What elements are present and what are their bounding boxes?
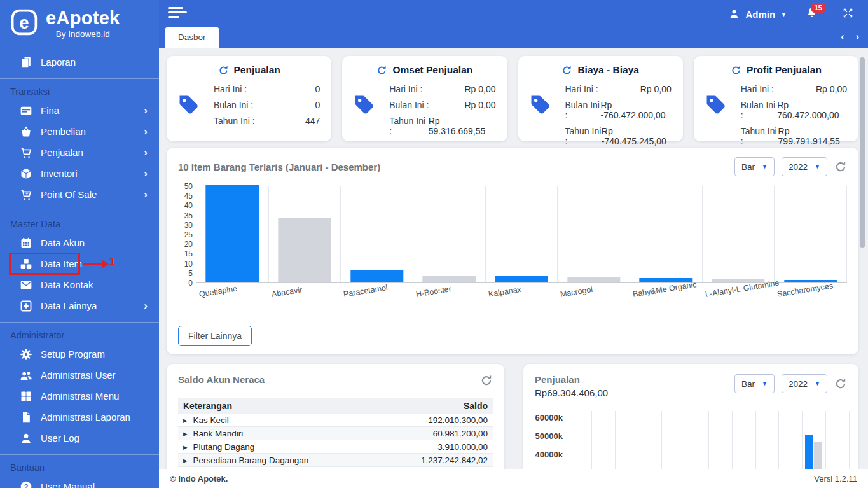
sidebar-item-fina[interactable]: Fina› bbox=[0, 100, 159, 121]
sidebar-item-administrasi-user[interactable]: Administrasi User bbox=[0, 365, 159, 386]
top-items-bar-chart: 05101520253035404550 QuetiapineAbacavirP… bbox=[178, 186, 847, 283]
main-area: Admin ▼ 15 Dasbor ‹ › PenjualanHari Ini … bbox=[159, 0, 868, 488]
summary-row-label: Bulan Ini : bbox=[214, 100, 253, 110]
bar-column-paracetamol: Paracetamol bbox=[341, 186, 413, 282]
row-expand-icon[interactable]: ▶ bbox=[183, 444, 188, 450]
y-tick-label: 20 bbox=[184, 240, 193, 249]
fullscreen-button[interactable] bbox=[842, 7, 854, 22]
saldo-row-kas-kecil[interactable]: ▶Kas Kecil-192.010.300,00 bbox=[178, 414, 493, 427]
menu-toggle-icon[interactable] bbox=[168, 7, 187, 21]
bar-paracetamol[interactable] bbox=[350, 270, 403, 282]
cart-icon bbox=[19, 146, 32, 159]
sidebar-item-point-of-sale[interactable]: Point Of Sale› bbox=[0, 184, 159, 205]
cubes-icon bbox=[19, 257, 32, 270]
saldo-account-name: Piutang Dagang bbox=[193, 442, 255, 452]
bar-kalpanax[interactable] bbox=[495, 276, 548, 282]
chevron-right-icon: › bbox=[144, 147, 148, 158]
sidebar-item-administrasi-menu[interactable]: Administrasi Menu bbox=[0, 386, 159, 407]
sales-type-select[interactable]: Bar▼ bbox=[734, 374, 775, 393]
bar-h-booster[interactable] bbox=[423, 276, 476, 282]
tab-dasbor[interactable]: Dasbor bbox=[165, 27, 219, 48]
vertical-scrollbar[interactable] bbox=[860, 57, 865, 248]
sidebar-item-label: Administrasi Menu bbox=[41, 391, 119, 401]
refresh-icon[interactable] bbox=[834, 377, 847, 390]
sidebar-item-setup-program[interactable]: Setup Program bbox=[0, 344, 159, 365]
saldo-row-persediaan-barang-dagangan[interactable]: ▶Persediaan Barang Dagangan1.237.242.842… bbox=[178, 454, 493, 467]
basket-icon bbox=[19, 125, 32, 138]
svg-text:e: e bbox=[19, 13, 29, 32]
row-expand-icon[interactable]: ▶ bbox=[183, 417, 188, 424]
annotation-arrow bbox=[83, 263, 103, 265]
tab-scroll-next[interactable]: › bbox=[856, 32, 859, 42]
summary-row-value: Rp 0,00 bbox=[816, 84, 847, 94]
sales-year-select[interactable]: 2022▼ bbox=[782, 374, 827, 393]
summary-row: Bulan Ini :0 bbox=[214, 97, 320, 113]
saldo-account-value: 1.237.242.842,02 bbox=[379, 454, 493, 467]
chart-year-select[interactable]: 2022▼ bbox=[782, 157, 827, 176]
refresh-icon[interactable] bbox=[218, 65, 229, 76]
sidebar-item-data-akun[interactable]: Data Akun bbox=[0, 232, 159, 253]
chevron-right-icon: › bbox=[144, 126, 148, 137]
y-tick-label: 30 bbox=[184, 221, 193, 230]
bar-macrogol[interactable] bbox=[567, 277, 620, 282]
x-category-label: Saccharomyces bbox=[776, 281, 834, 299]
sidebar-item-data-item[interactable]: Data Item1 bbox=[0, 253, 159, 274]
summary-row: Tahun Ini :447 bbox=[214, 113, 320, 129]
chevron-right-icon: › bbox=[144, 300, 148, 311]
refresh-icon[interactable] bbox=[376, 65, 387, 76]
bar-abacavir[interactable] bbox=[278, 218, 331, 282]
saldo-account-value: 60.981.200,00 bbox=[379, 427, 493, 440]
sidebar-item-pembelian[interactable]: Pembelian› bbox=[0, 121, 159, 142]
summary-row-value: Rp 59.316.669,55 bbox=[429, 116, 496, 136]
saldo-table-body: ▶Kas Kecil-192.010.300,00▶Bank Mandiri60… bbox=[178, 414, 493, 467]
sidebar-item-label: User Manual bbox=[41, 481, 95, 488]
saldo-row-bank-mandiri[interactable]: ▶Bank Mandiri60.981.200,00 bbox=[178, 427, 493, 440]
summary-row: Bulan Ini :Rp 0,00 bbox=[389, 97, 495, 113]
summary-card-profit-penjualan: Profit PenjualanHari Ini :Rp 0,00Bulan I… bbox=[694, 56, 858, 141]
sidebar-item-data-kontak[interactable]: Data Kontak bbox=[0, 274, 159, 295]
refresh-icon[interactable] bbox=[480, 374, 493, 387]
saldo-account-name: Persediaan Barang Dagangan bbox=[193, 456, 309, 465]
filter-lainnya-button[interactable]: Filter Lainnya bbox=[178, 326, 252, 346]
row-expand-icon[interactable]: ▶ bbox=[183, 431, 188, 437]
summary-card-title: Penjualan bbox=[234, 64, 280, 76]
tab-scroll-prev[interactable]: ‹ bbox=[841, 32, 844, 42]
y-tick-label: 15 bbox=[184, 249, 193, 258]
y-tick-label: 50 bbox=[184, 182, 193, 191]
user-label: Admin bbox=[745, 9, 775, 20]
user-icon bbox=[729, 8, 740, 21]
row-expand-icon[interactable]: ▶ bbox=[183, 457, 188, 464]
sidebar-divider bbox=[0, 211, 159, 211]
y-tick-label: 40 bbox=[184, 201, 193, 210]
saldo-row-piutang-dagang[interactable]: ▶Piutang Dagang3.910.000,00 bbox=[178, 440, 493, 454]
bar-quetiapine[interactable] bbox=[206, 185, 259, 282]
refresh-icon[interactable] bbox=[834, 160, 847, 173]
sidebar-item-label: Laporan bbox=[41, 57, 76, 67]
x-category-label: Kalpanax bbox=[488, 285, 522, 299]
refresh-icon[interactable] bbox=[561, 65, 572, 76]
sidebar-section-transaksi: Transaksi bbox=[0, 80, 159, 100]
app-logo[interactable]: e eApotek By Indoweb.id bbox=[0, 0, 159, 41]
sidebar-item-penjualan[interactable]: Penjualan› bbox=[0, 142, 159, 163]
sidebar-item-administrasi-laporan[interactable]: Administrasi Laporan bbox=[0, 407, 159, 428]
sidebar-item-data-lainnya[interactable]: Data Lainnya› bbox=[0, 295, 159, 316]
user-menu[interactable]: Admin ▼ bbox=[729, 8, 787, 21]
sidebar-nav: LaporanTransaksiFina›Pembelian›Penjualan… bbox=[0, 52, 159, 488]
notifications-button[interactable]: 15 bbox=[806, 7, 818, 22]
chart-type-select[interactable]: Bar▼ bbox=[734, 157, 775, 176]
sales-y-tick-label: 60000k bbox=[535, 413, 563, 422]
saldo-account-name: Bank Mandiri bbox=[193, 429, 244, 438]
sidebar-item-laporan[interactable]: Laporan bbox=[0, 52, 159, 73]
summary-row-label: Tahun Ini : bbox=[389, 116, 428, 136]
sidebar-item-inventori[interactable]: Inventori› bbox=[0, 163, 159, 184]
summary-row-value: Rp -740.475.245,00 bbox=[602, 126, 672, 146]
y-tick-label: 0 bbox=[188, 279, 193, 288]
summary-card-title: Biaya - Biaya bbox=[577, 64, 639, 76]
box-icon bbox=[19, 167, 32, 180]
summary-row-label: Hari Ini : bbox=[741, 84, 774, 94]
eapotek-logo-icon: e bbox=[10, 8, 38, 39]
sidebar-item-user-manual[interactable]: ?User Manual bbox=[0, 476, 159, 488]
refresh-icon[interactable] bbox=[731, 65, 741, 76]
sidebar-item-user-log[interactable]: User Log bbox=[0, 428, 159, 449]
summary-row: Tahun Ini :Rp 59.316.669,55 bbox=[389, 113, 495, 139]
